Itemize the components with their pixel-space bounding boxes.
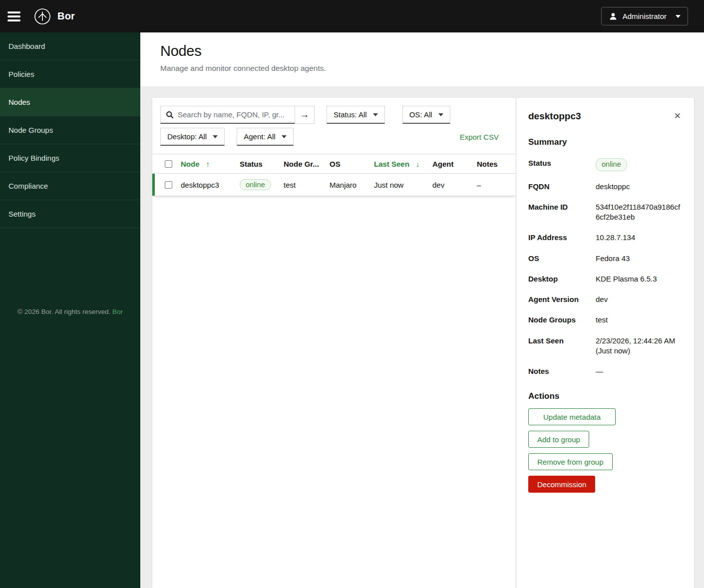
menu-toggle-button[interactable]	[7, 11, 20, 21]
sidebar-item-policy-bindings[interactable]: Policy Bindings	[0, 144, 140, 172]
field-value: Fedora 43	[596, 254, 682, 264]
sidebar-item-label: Dashboard	[8, 42, 45, 50]
footer-bor-link[interactable]: Bor	[112, 308, 123, 315]
summary-heading: Summary	[528, 137, 682, 147]
remove-from-group-button[interactable]: Remove from group	[528, 453, 613, 470]
filter-label: Desktop: All	[167, 132, 207, 141]
chevron-down-icon	[676, 15, 681, 18]
field-os: OS Fedora 43	[528, 254, 682, 264]
nodes-card: → Status: All OS: All	[152, 98, 694, 588]
field-label: OS	[528, 254, 596, 264]
sidebar: Dashboard Policies Nodes Node Groups Pol…	[0, 32, 140, 588]
page-header: Nodes Manage and monitor connected deskt…	[140, 32, 704, 86]
arrow-right-icon: →	[300, 109, 310, 120]
field-label: Machine ID	[528, 202, 596, 223]
search-submit-button[interactable]: →	[295, 106, 315, 124]
os-filter-dropdown[interactable]: OS: All	[402, 106, 450, 124]
field-fqdn: FQDN desktoppc	[528, 182, 682, 192]
chevron-down-icon	[213, 135, 218, 138]
field-value: 10.28.7.134	[596, 233, 682, 243]
close-icon[interactable]: ✕	[673, 111, 682, 121]
status-badge: online	[596, 158, 627, 171]
cell-agent: dev	[432, 181, 477, 189]
node-detail-panel: desktoppc3 ✕ Summary Status online FQDN …	[516, 98, 694, 588]
chevron-down-icon	[438, 113, 443, 116]
sidebar-item-label: Nodes	[8, 98, 30, 106]
chevron-down-icon	[282, 135, 287, 138]
column-header-node-groups: Node Gr...	[284, 160, 330, 168]
sidebar-item-compliance[interactable]: Compliance	[0, 172, 140, 200]
field-label: Last Seen	[528, 336, 596, 356]
field-desktop: Desktop KDE Plasma 6.5.3	[528, 274, 682, 284]
field-value: —	[596, 366, 682, 376]
field-machine-id: Machine ID 534f10e2f118470a9186cf6cf2be3…	[528, 202, 682, 223]
nodes-table: Node ↑ Status Node Gr... OS Last Seen ↓ …	[152, 154, 516, 196]
export-csv-link[interactable]: Export CSV	[460, 133, 499, 141]
field-value: desktoppc	[596, 182, 682, 192]
column-header-node[interactable]: Node ↑	[181, 160, 240, 168]
sidebar-item-label: Compliance	[8, 182, 48, 190]
cell-node-group: test	[284, 181, 330, 189]
field-agent-version: Agent Version dev	[528, 294, 682, 304]
table-row[interactable]: desktoppc3 online test Manjaro Just now …	[152, 174, 516, 196]
filter-label: Agent: All	[244, 132, 275, 141]
sidebar-footer: © 2026 Bor. All rights reserved. Bor	[0, 308, 140, 315]
sidebar-item-label: Node Groups	[8, 126, 53, 134]
field-ip-address: IP Address 10.28.7.134	[528, 233, 682, 243]
page-title: Nodes	[160, 43, 684, 59]
field-value: test	[596, 315, 682, 325]
user-icon	[609, 12, 618, 21]
decommission-button[interactable]: Decommission	[528, 476, 595, 493]
column-header-last-seen[interactable]: Last Seen ↓	[374, 160, 432, 168]
field-label: Desktop	[528, 274, 596, 284]
cell-node: desktoppc3	[181, 181, 240, 189]
agent-filter-dropdown[interactable]: Agent: All	[237, 128, 293, 146]
column-header-os: OS	[330, 160, 374, 168]
sort-asc-icon: ↑	[206, 160, 210, 168]
field-value: KDE Plasma 6.5.3	[596, 274, 682, 284]
select-all-checkbox[interactable]	[165, 160, 172, 168]
sidebar-item-settings[interactable]: Settings	[0, 200, 140, 228]
cell-os: Manjaro	[330, 181, 374, 189]
field-label: Agent Version	[528, 294, 596, 304]
add-to-group-button[interactable]: Add to group	[528, 431, 589, 448]
update-metadata-button[interactable]: Update metadata	[528, 408, 616, 425]
sidebar-item-dashboard[interactable]: Dashboard	[0, 32, 140, 60]
brand: Bor	[33, 7, 75, 25]
detail-title: desktoppc3	[528, 111, 581, 122]
field-label: Notes	[528, 366, 596, 376]
nodes-table-section: → Status: All OS: All	[152, 98, 516, 588]
field-notes: Notes —	[528, 366, 682, 376]
table-header-row: Node ↑ Status Node Gr... OS Last Seen ↓ …	[152, 154, 516, 174]
column-header-notes: Notes	[477, 160, 516, 168]
app-title: Bor	[57, 10, 75, 22]
sidebar-item-label: Policy Bindings	[8, 154, 59, 162]
filter-label: OS: All	[409, 110, 432, 119]
desktop-filter-dropdown[interactable]: Desktop: All	[160, 128, 225, 146]
actions-heading: Actions	[528, 391, 682, 401]
bor-logo-icon	[33, 7, 51, 25]
column-label: Node	[181, 160, 200, 168]
field-value: 2/23/2026, 12:44:26 AM (Just now)	[596, 336, 682, 356]
sidebar-item-node-groups[interactable]: Node Groups	[0, 116, 140, 144]
row-checkbox[interactable]	[165, 181, 172, 189]
search-group: →	[160, 106, 315, 124]
sidebar-item-label: Settings	[8, 210, 35, 218]
sort-desc-icon: ↓	[416, 160, 420, 168]
sidebar-item-nodes[interactable]: Nodes	[0, 88, 140, 116]
cell-last-seen: Just now	[374, 181, 432, 189]
column-header-agent: Agent	[432, 160, 477, 168]
field-value: dev	[596, 294, 682, 304]
field-label: Status	[528, 158, 596, 171]
search-input[interactable]	[178, 110, 290, 119]
user-menu-dropdown[interactable]: Administrator	[601, 7, 688, 25]
filters-toolbar: → Status: All OS: All	[152, 98, 516, 154]
status-filter-dropdown[interactable]: Status: All	[327, 106, 385, 124]
column-header-status: Status	[240, 160, 284, 168]
field-label: IP Address	[528, 233, 596, 243]
field-last-seen: Last Seen 2/23/2026, 12:44:26 AM (Just n…	[528, 336, 682, 356]
field-status: Status online	[528, 158, 682, 171]
top-bar: Bor Administrator	[0, 0, 704, 32]
cell-notes: –	[477, 181, 516, 189]
sidebar-item-policies[interactable]: Policies	[0, 60, 140, 88]
